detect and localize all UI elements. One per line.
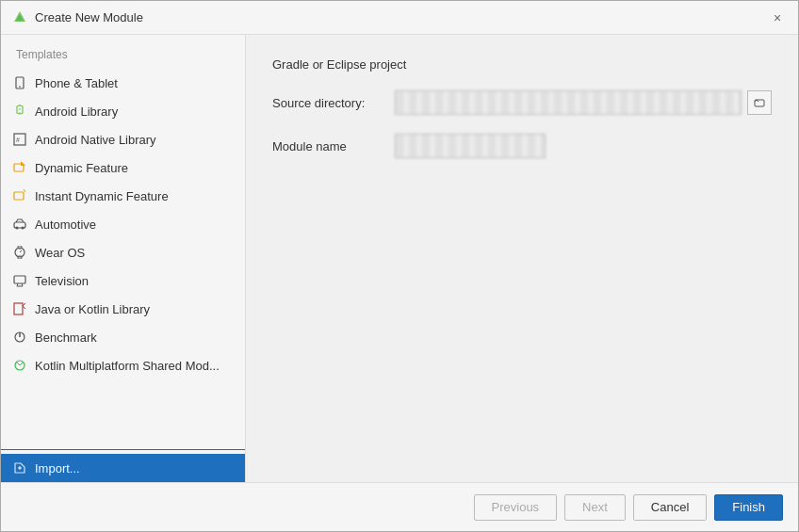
- svg-point-12: [16, 227, 19, 230]
- section-title: Gradle or Eclipse project: [272, 57, 772, 72]
- sidebar-item-instant-dynamic-label: Instant Dynamic Feature: [35, 189, 169, 203]
- benchmark-icon: [12, 330, 27, 345]
- automotive-icon: [12, 217, 27, 232]
- sidebar-item-benchmark[interactable]: Benchmark: [1, 323, 245, 351]
- source-directory-input-wrap: [395, 90, 772, 115]
- svg-rect-18: [14, 276, 25, 283]
- svg-text:#: #: [16, 137, 20, 143]
- finish-button[interactable]: Finish: [714, 494, 783, 521]
- television-icon: [12, 273, 27, 288]
- sidebar-item-kotlin-multiplatform-label: Kotlin Multiplatform Shared Mod...: [35, 359, 220, 373]
- title-bar: Create New Module ×: [1, 1, 798, 35]
- sidebar-item-java-kotlin[interactable]: Java or Kotlin Library: [1, 295, 245, 323]
- wear-os-icon: [12, 245, 27, 260]
- sidebar-item-automotive-label: Automotive: [35, 218, 96, 232]
- svg-line-29: [20, 363, 23, 365]
- templates-label: Templates: [1, 35, 245, 69]
- sidebar-item-benchmark-label: Benchmark: [35, 330, 97, 345]
- source-directory-label: Source directory:: [272, 96, 395, 110]
- java-kotlin-icon: [12, 301, 27, 316]
- module-name-label: Module name: [272, 139, 395, 153]
- create-new-module-dialog: Create New Module × Templates Phone & Ta…: [0, 0, 799, 532]
- sidebar-item-import-label: Import...: [35, 461, 80, 476]
- android-native-icon: #: [12, 132, 27, 147]
- svg-rect-9: [14, 192, 24, 200]
- module-name-input[interactable]: [395, 134, 546, 158]
- import-icon: [12, 460, 27, 476]
- next-button[interactable]: Next: [564, 494, 626, 521]
- sidebar: Templates Phone & Tablet Android Library: [1, 35, 246, 482]
- source-directory-row: Source directory:: [272, 90, 772, 115]
- browse-button[interactable]: [747, 90, 772, 115]
- sidebar-item-kotlin-multiplatform[interactable]: Kotlin Multiplatform Shared Mod...: [1, 351, 245, 379]
- sidebar-item-import[interactable]: Import...: [1, 454, 245, 482]
- svg-line-10: [24, 189, 25, 192]
- kotlin-multiplatform-icon: [12, 358, 27, 373]
- svg-rect-22: [14, 303, 23, 314]
- cancel-button[interactable]: Cancel: [633, 494, 707, 521]
- sidebar-item-android-library[interactable]: Android Library: [1, 97, 245, 125]
- sidebar-item-java-kotlin-label: Java or Kotlin Library: [35, 302, 150, 316]
- sidebar-item-automotive[interactable]: Automotive: [1, 210, 245, 238]
- content-area: Templates Phone & Tablet Android Library: [1, 35, 798, 482]
- sidebar-item-instant-dynamic[interactable]: Instant Dynamic Feature: [1, 182, 245, 210]
- dynamic-feature-icon: [12, 160, 27, 175]
- phone-tablet-icon: [12, 75, 27, 90]
- footer: Previous Next Cancel Finish: [1, 482, 798, 531]
- android-library-icon: [12, 104, 27, 119]
- sidebar-divider: [1, 449, 245, 450]
- sidebar-item-television-label: Television: [35, 274, 89, 288]
- sidebar-item-television[interactable]: Television: [1, 266, 245, 295]
- sidebar-item-phone-tablet[interactable]: Phone & Tablet: [1, 69, 245, 97]
- android-studio-icon: [12, 10, 27, 25]
- svg-marker-8: [21, 161, 25, 166]
- sidebar-item-dynamic-feature[interactable]: Dynamic Feature: [1, 153, 245, 182]
- svg-line-28: [17, 363, 20, 365]
- main-panel: Gradle or Eclipse project Source directo…: [246, 35, 798, 482]
- previous-button[interactable]: Previous: [474, 494, 558, 521]
- close-button[interactable]: ×: [768, 8, 787, 27]
- sidebar-item-dynamic-feature-label: Dynamic Feature: [35, 161, 128, 175]
- instant-dynamic-icon: [12, 188, 27, 203]
- dialog-title: Create New Module: [35, 10, 760, 24]
- sidebar-list: Phone & Tablet Android Library # Android…: [1, 69, 245, 445]
- sidebar-item-android-library-label: Android Library: [35, 105, 118, 119]
- sidebar-item-wear-os[interactable]: Wear OS: [1, 238, 245, 266]
- sidebar-item-android-native-label: Android Native Library: [35, 133, 156, 147]
- module-name-row: Module name: [272, 134, 772, 158]
- source-directory-input[interactable]: [395, 90, 742, 115]
- module-name-input-wrap: [395, 134, 772, 158]
- sidebar-item-wear-os-label: Wear OS: [35, 246, 85, 260]
- svg-point-13: [22, 227, 24, 230]
- sidebar-item-phone-tablet-label: Phone & Tablet: [35, 76, 118, 90]
- sidebar-item-android-native[interactable]: # Android Native Library: [1, 125, 245, 153]
- svg-line-17: [20, 250, 22, 252]
